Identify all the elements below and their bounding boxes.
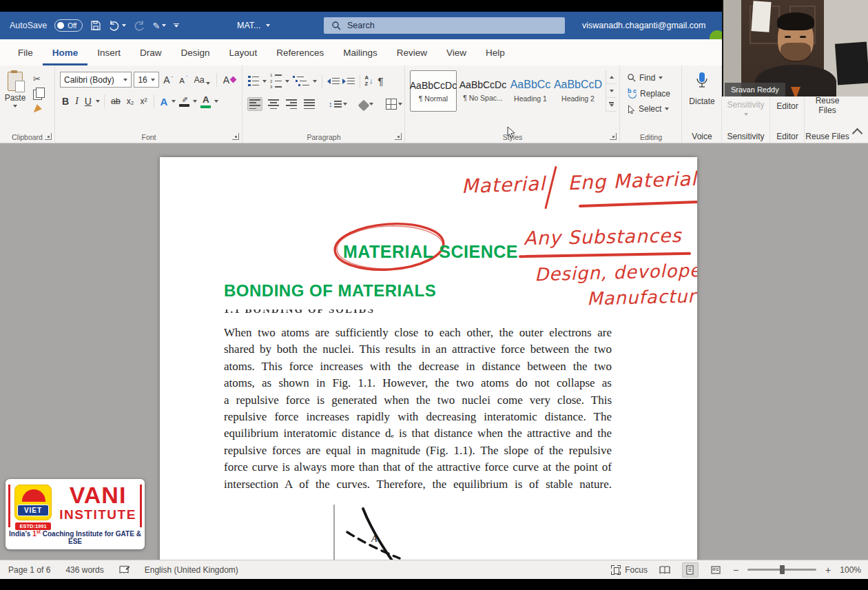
sort-button[interactable]: AZ ↓	[365, 75, 373, 87]
copy-icon[interactable]	[33, 90, 42, 100]
tab-file[interactable]: File	[8, 39, 43, 65]
grow-font-button[interactable]: Aˆ	[161, 74, 175, 86]
dictate-mic-icon[interactable]	[695, 72, 709, 94]
paragraph-dialog-launcher[interactable]	[395, 133, 402, 140]
style-no-spacing[interactable]: AaBbCcDc ¶ No Spac...	[460, 70, 506, 110]
font-dialog-launcher[interactable]	[232, 133, 239, 140]
sensitivity-button[interactable]: Sensitivity	[727, 100, 764, 110]
web-layout-button[interactable]	[707, 562, 724, 578]
touch-mode-button[interactable]: ✎	[152, 21, 166, 31]
tab-mailings[interactable]: Mailings	[333, 39, 387, 65]
align-left-button[interactable]	[247, 97, 262, 111]
zoom-out-button[interactable]: −	[733, 564, 738, 576]
decrease-indent-button[interactable]	[327, 78, 340, 85]
zoom-level[interactable]: 100%	[840, 565, 861, 575]
highlight-button[interactable]: ✎	[178, 95, 191, 108]
bullets-button[interactable]	[247, 74, 260, 88]
read-mode-button[interactable]	[657, 562, 673, 578]
align-center-button[interactable]	[267, 98, 280, 110]
autosave-toggle[interactable]: Off	[54, 19, 83, 32]
print-layout-button[interactable]	[682, 562, 699, 578]
redo-button[interactable]	[134, 20, 145, 31]
title-science: SCIENCE	[439, 242, 518, 262]
paste-clipboard-icon	[8, 72, 23, 91]
proofing-icon[interactable]	[119, 565, 130, 575]
editor-button[interactable]: Editor	[776, 101, 798, 111]
ink-eng-material: Eng Material	[567, 167, 697, 195]
language-indicator[interactable]: English (United Kingdom)	[145, 565, 238, 575]
zoom-in-button[interactable]: +	[825, 564, 831, 576]
undo-button[interactable]	[109, 20, 126, 31]
replace-button[interactable]: b c Replace	[621, 88, 681, 99]
autosave-state: Off	[68, 22, 76, 30]
show-marks-button[interactable]: ¶	[375, 74, 385, 88]
tab-references[interactable]: References	[267, 39, 333, 65]
page-indicator[interactable]: Page 1 of 6	[8, 565, 50, 575]
collapse-ribbon-button[interactable]	[852, 128, 863, 139]
increase-indent-button[interactable]	[342, 78, 355, 85]
style-normal[interactable]: AaBbCcDc ¶ Normal	[410, 70, 457, 112]
group-paragraph: 1 2 3 AZ ↓ ¶	[243, 65, 405, 143]
align-right-button[interactable]	[285, 98, 298, 110]
ink-design: Design, devoloped	[535, 260, 697, 285]
dictate-button[interactable]: Dictate	[689, 96, 714, 106]
word-count[interactable]: 436 words	[65, 565, 103, 575]
change-case-button[interactable]: Aa	[192, 74, 212, 85]
clear-formatting-button[interactable]: A	[221, 74, 238, 86]
focus-button[interactable]: Focus	[611, 565, 648, 575]
borders-button[interactable]	[386, 99, 402, 110]
text-effects-button[interactable]: A	[158, 95, 170, 108]
numbering-button[interactable]: 1 2 3	[269, 72, 282, 90]
multilevel-list-button[interactable]	[292, 74, 310, 88]
search-box[interactable]: Search	[324, 17, 565, 34]
strikethrough-button[interactable]: ab	[109, 96, 123, 107]
bold-button[interactable]: B	[60, 95, 71, 108]
zoom-slider-handle[interactable]	[780, 565, 785, 574]
justify-button[interactable]	[302, 98, 316, 110]
styles-more-button[interactable]	[606, 98, 617, 112]
underline-button[interactable]: U	[83, 95, 94, 108]
document-title[interactable]: MAT...	[237, 12, 270, 39]
highlight-dropdown-icon[interactable]	[193, 100, 197, 103]
select-button[interactable]: Select	[621, 104, 681, 114]
tab-view[interactable]: View	[437, 39, 476, 65]
tab-home[interactable]: Home	[43, 39, 88, 65]
font-color-bar	[200, 105, 211, 108]
clipboard-dialog-launcher[interactable]	[45, 133, 52, 140]
style-heading-1[interactable]: AaBbCc Heading 1	[509, 70, 552, 110]
font-color-dropdown-icon[interactable]	[214, 100, 218, 103]
paste-button[interactable]: Paste	[0, 65, 30, 114]
italic-button[interactable]: I	[73, 95, 81, 108]
focus-icon	[611, 565, 621, 575]
styles-scroll-up[interactable]	[606, 70, 617, 84]
cut-icon[interactable]: ✂	[33, 74, 42, 84]
save-button[interactable]	[90, 20, 101, 31]
tab-draw[interactable]: Draw	[130, 39, 172, 65]
tab-design[interactable]: Design	[172, 39, 220, 65]
styles-dialog-launcher[interactable]	[610, 133, 617, 140]
zoom-slider[interactable]	[747, 569, 816, 571]
reuse-files-button[interactable]: Reuse	[816, 96, 840, 105]
shrink-font-button[interactable]: Aˇ	[177, 74, 189, 85]
find-button[interactable]: Find	[621, 73, 681, 83]
underline-dropdown-icon[interactable]	[96, 100, 100, 103]
font-size-combo[interactable]: 16	[134, 72, 159, 88]
tab-insert[interactable]: Insert	[87, 39, 130, 65]
line-spacing-button[interactable]: ↕	[329, 100, 347, 108]
customize-toolbar-button[interactable]	[174, 23, 179, 28]
person-hair	[777, 12, 814, 30]
style-heading-2[interactable]: AaBbCcD Heading 2	[555, 70, 601, 110]
shading-button[interactable]	[360, 100, 373, 108]
account-email[interactable]: viswanadh.chaganti@gmail.com	[582, 12, 705, 39]
tab-layout[interactable]: Layout	[220, 39, 267, 65]
superscript-button[interactable]: x²	[138, 96, 149, 107]
tab-help[interactable]: Help	[476, 39, 515, 65]
styles-scroll-down[interactable]	[606, 84, 617, 98]
font-name-combo[interactable]: Calibri (Body)	[60, 72, 132, 88]
format-painter-icon[interactable]	[31, 104, 42, 115]
text-effects-dropdown-icon[interactable]	[172, 100, 176, 103]
font-color-button[interactable]: A	[199, 94, 212, 109]
document-page[interactable]: Material Eng Material Any Substances MAT…	[160, 157, 697, 560]
subscript-button[interactable]: x₂	[125, 96, 136, 107]
tab-review[interactable]: Review	[387, 39, 437, 65]
